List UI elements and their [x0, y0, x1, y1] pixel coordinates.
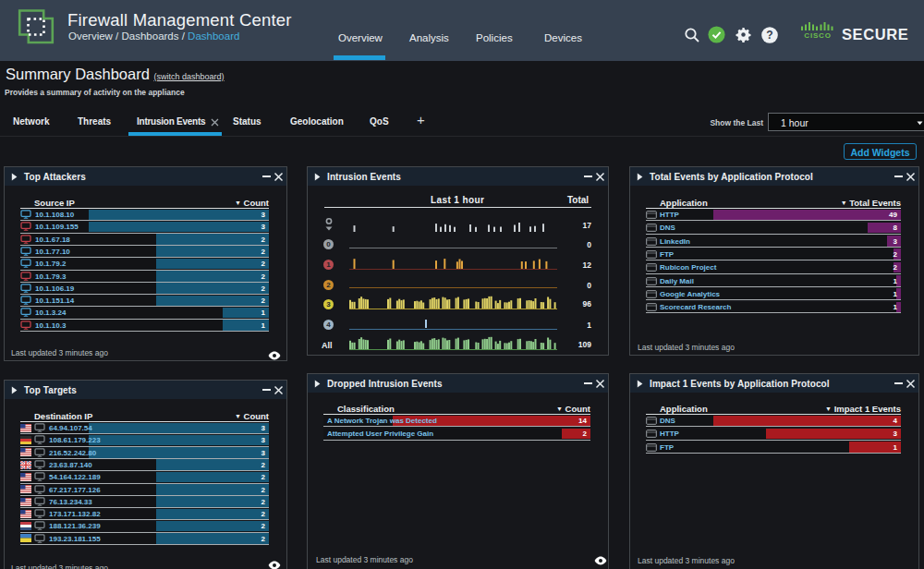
svg-text:?: ? — [766, 29, 772, 42]
